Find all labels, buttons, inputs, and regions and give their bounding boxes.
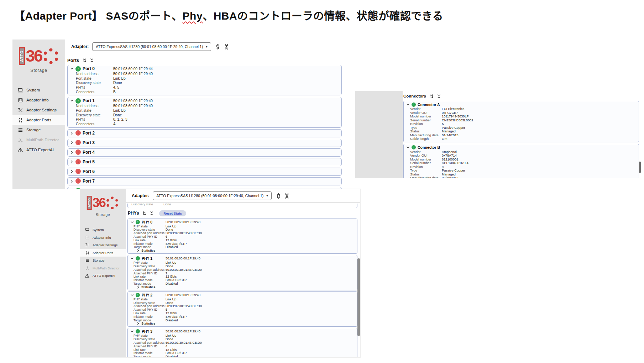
card-header[interactable]: ↑ Connector B	[406, 145, 636, 150]
sidebar-item-storage[interactable]: Storage	[80, 257, 126, 264]
atto-logo-box: ATTO	[19, 47, 25, 65]
status-up-icon: ↑	[412, 145, 416, 149]
sort-icon[interactable]	[430, 94, 434, 99]
collapse-all-icon[interactable]	[90, 58, 94, 63]
port-6-card: ↓ Port 6	[67, 168, 342, 176]
sidebar-item-adapter-ports[interactable]: Adapter Ports	[12, 115, 65, 125]
card-header[interactable]: ↑ Port 0 50:01:08:60:00:1F:29:44	[70, 66, 339, 72]
field-value: Passive Copper	[442, 126, 465, 130]
field-label: Serial number	[410, 161, 442, 165]
phys-content: Adapter: ATTO ExpressSAS H1280 (50:01:08…	[126, 189, 360, 357]
sidebar-item-system[interactable]: System	[80, 226, 126, 234]
phys-window: ATTO 36 Storage System Adapter Info Adap…	[80, 189, 360, 357]
field-value: Managed	[442, 173, 456, 176]
adapter-select[interactable]: ATTO ExpressSAS H1280 (50:01:08:60:00:1F…	[92, 42, 211, 51]
sort-icon[interactable]	[142, 211, 146, 216]
field-value: Done	[163, 204, 171, 206]
detail-row: Model number 10117949-3030LF	[406, 115, 636, 119]
chevron-down-icon	[130, 330, 134, 333]
field-label: Link rate	[133, 238, 166, 242]
sidebar-nav: System Adapter Info Adapter Settings Ada…	[80, 226, 126, 280]
detail-row: Initiator mode SMP/SSP/STP	[130, 351, 354, 355]
reset-stats-button[interactable]: Reset Stats	[159, 210, 186, 216]
tools-icon	[17, 107, 23, 113]
slide-canvas: { "page_title": { "prefix": "【Adapter Po…	[0, 0, 644, 363]
chevron-right-icon	[136, 286, 140, 289]
field-value: Link Up	[113, 77, 126, 80]
sidebar-item-adapter-ports[interactable]: Adapter Ports	[80, 249, 126, 257]
statistics-toggle[interactable]: Statistics	[136, 249, 354, 252]
statistics-toggle[interactable]: Statistics	[136, 322, 354, 325]
field-label: Vendor OUI	[410, 154, 442, 157]
detail-row: Manufacturing date 03/18/2013	[406, 176, 636, 178]
card-header[interactable]: ↓ Port 5	[70, 159, 339, 165]
detail-row: Link rate 12 Gb/s	[130, 238, 354, 242]
collapse-all-icon[interactable]	[437, 94, 441, 99]
field-value: 12 Gb/s	[166, 311, 177, 315]
collapse-panels-icon[interactable]	[225, 44, 228, 50]
field-value: K	[442, 122, 444, 126]
card-header[interactable]: ↓ Port 6	[70, 169, 339, 174]
sidebar-item-label: Adapter Info	[93, 236, 111, 240]
card-header[interactable]: ↓ Port 7	[70, 178, 339, 184]
card-title: PHY 0	[142, 220, 152, 224]
field-label: Port state	[76, 109, 113, 112]
status-up-icon: ↑	[136, 220, 140, 224]
card-header[interactable]: ↑ PHY 3 50:01:08:60:00:1F:29:40	[130, 329, 354, 334]
scrollbar-thumb[interactable]	[639, 162, 641, 173]
connectors-list: ↑ Connector A Vendor FCI Electronics Ven…	[403, 101, 639, 178]
sidebar-item-adapter-info[interactable]: Adapter Info	[12, 95, 65, 105]
detail-row: PHY state Link Up	[130, 298, 354, 301]
sidebar-item-atto-expertai[interactable]: ATTO ExpertAI	[12, 145, 65, 155]
card-header[interactable]: ↓ Port 4	[70, 149, 339, 155]
sidebar-item-label: System	[26, 88, 40, 92]
expand-panels-icon[interactable]	[277, 193, 280, 199]
sidebar-item-adapter-settings[interactable]: Adapter Settings	[12, 105, 65, 115]
field-value: Link Up	[166, 225, 176, 228]
detail-row: Target mode Disabled	[130, 319, 354, 322]
detail-row: Attached PHY ID 6	[130, 235, 354, 238]
card-address: 50:01:08:60:00:1F:29:40	[166, 257, 200, 260]
sidebar-item-system[interactable]: System	[12, 85, 65, 95]
card-header[interactable]: ↑ Connector A	[406, 102, 636, 107]
sidebar-item-multipath-director[interactable]: MultiPath Director	[12, 135, 65, 145]
card-header[interactable]: ↑ Port 1 50:01:08:60:00:1F:29:40	[70, 98, 339, 104]
sidebar-item-adapter-info[interactable]: Adapter Info	[80, 234, 126, 242]
system-icon	[17, 88, 23, 93]
sidebar-item-label: Adapter Info	[26, 98, 49, 102]
card-header[interactable]: ↓ Port 2	[70, 130, 339, 136]
atto-logo-box: ATTO	[87, 196, 92, 210]
dropdown-caret-icon: ▾	[266, 194, 268, 198]
status-down-icon: ↓	[75, 130, 81, 136]
phy-1-card: ↑ PHY 1 50:01:08:60:00:1F:29:40 PHY stat…	[127, 255, 357, 290]
card-title: Port 6	[83, 169, 95, 174]
detail-row: Vendor FCI Electronics	[406, 107, 636, 111]
card-header[interactable]: ↑ PHY 1 50:01:08:60:00:1F:29:40	[130, 256, 354, 261]
sort-icon[interactable]	[83, 58, 87, 63]
statistics-toggle[interactable]: Statistics	[136, 285, 354, 289]
detail-row: Initiator mode SMP/SSP/STP	[130, 278, 354, 282]
collapse-all-icon[interactable]	[150, 211, 153, 216]
sidebar-item-adapter-settings[interactable]: Adapter Settings	[80, 241, 126, 249]
scrollbar-thumb[interactable]	[357, 258, 360, 336]
statistics-label: Statistics	[141, 285, 155, 289]
card-header[interactable]: ↑ PHY 0 50:01:08:60:00:1F:29:40	[130, 220, 354, 225]
multipath-icon	[17, 137, 23, 143]
sidebar-item-storage[interactable]: Storage	[12, 125, 65, 135]
sidebar-item-atto-expertai[interactable]: ATTO ExpertAI	[80, 272, 126, 280]
field-label: Vendor	[410, 107, 442, 111]
sidebar-item-multipath-director[interactable]: MultiPath Director	[80, 264, 126, 272]
phys-panel: ↑ PHY 0 50:01:08:60:00:1F:29:40 PHY stat…	[126, 216, 360, 357]
collapse-panels-icon[interactable]	[285, 193, 289, 199]
detail-row: Revision A	[406, 165, 636, 169]
adapter-select[interactable]: ATTO ExpressSAS H1280 (50:01:08:60:00:1F…	[153, 191, 271, 200]
atto-360-logo: ATTO 36	[19, 47, 58, 65]
port-0-card: ↑ Port 0 50:01:08:60:00:1F:29:44 Node ad…	[67, 65, 342, 95]
card-header[interactable]: ↑ PHY 2 50:01:08:60:00:1F:29:40	[130, 293, 354, 298]
expand-panels-icon[interactable]	[216, 44, 220, 50]
field-label: Manufacturing date	[410, 176, 442, 178]
card-header[interactable]: ↓ Port 3	[70, 140, 339, 146]
detail-row: Target mode Disabled	[130, 246, 354, 249]
chevron-down-icon	[406, 146, 410, 149]
field-value: 612100001	[442, 158, 459, 161]
